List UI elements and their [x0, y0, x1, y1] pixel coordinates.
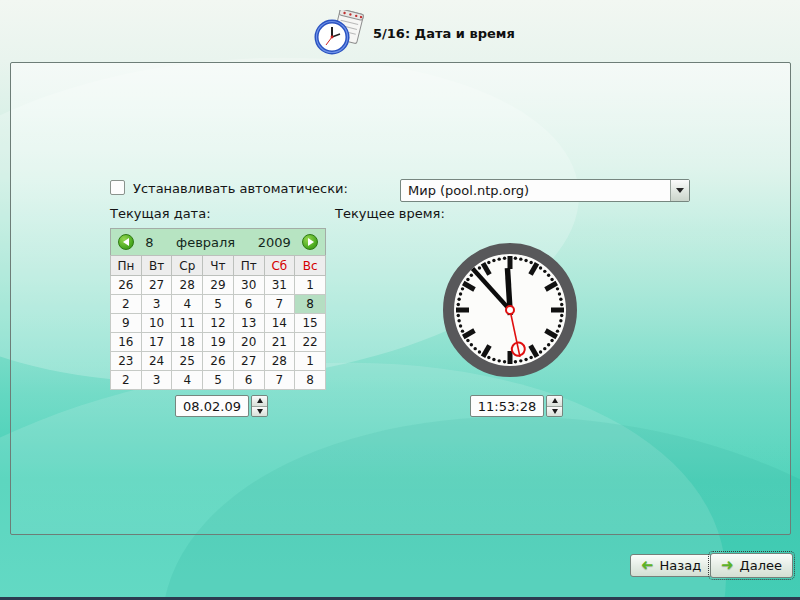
calendar-day-cell[interactable]: 12 — [203, 314, 234, 333]
arrow-right-icon — [308, 238, 314, 246]
current-date-label: Текущая дата: — [110, 206, 211, 221]
date-spin-group: 08.02.09 — [175, 395, 268, 417]
calendar-month: февраля — [176, 235, 235, 250]
auto-ntp-checkbox[interactable] — [110, 180, 125, 195]
arrow-left-icon: ➜ — [641, 558, 654, 573]
calendar-weekday-header: Пт — [233, 256, 264, 276]
calendar-day-cell[interactable]: 7 — [264, 295, 295, 314]
calendar-day-cell[interactable]: 14 — [264, 314, 295, 333]
calendar-day-cell[interactable]: 20 — [233, 333, 264, 352]
calendar-day-cell[interactable]: 9 — [111, 314, 142, 333]
calendar-day-cell[interactable]: 4 — [172, 295, 203, 314]
titlebar: 5/16: Дата и время — [0, 0, 800, 62]
arrow-right-icon: ➜ — [721, 558, 734, 573]
calendar-day-cell[interactable]: 28 — [264, 352, 295, 371]
calendar-day-cell[interactable]: 17 — [141, 333, 172, 352]
calendar-day-cell[interactable]: 1 — [295, 276, 326, 295]
calendar-day-cell[interactable]: 30 — [233, 276, 264, 295]
ntp-server-select[interactable]: Мир (pool.ntp.org) — [400, 179, 690, 202]
calendar-day-cell[interactable]: 1 — [295, 352, 326, 371]
calendar-day-cell[interactable]: 6 — [233, 371, 264, 390]
calendar-day-cell[interactable]: 2 — [111, 295, 142, 314]
calendar-day-cell[interactable]: 8 — [295, 371, 326, 390]
date-time-icon — [314, 10, 364, 56]
date-input[interactable]: 08.02.09 — [175, 395, 249, 417]
calendar-selected-day: 8 — [145, 235, 153, 250]
calendar-day-cell[interactable]: 27 — [233, 352, 264, 371]
calendar-day-cell[interactable]: 23 — [111, 352, 142, 371]
calendar-header: 8 февраля 2009 — [110, 228, 326, 255]
calendar-day-cell[interactable]: 27 — [141, 276, 172, 295]
calendar-day-cell[interactable]: 5 — [203, 371, 234, 390]
calendar-day-cell[interactable]: 18 — [172, 333, 203, 352]
ntp-server-value: Мир (pool.ntp.org) — [401, 183, 670, 198]
arrow-up-icon — [257, 398, 263, 403]
calendar-weekday-header: Вс — [295, 256, 326, 276]
calendar-day-cell[interactable]: 26 — [111, 276, 142, 295]
time-spinner — [546, 395, 563, 417]
arrow-left-icon — [123, 238, 129, 246]
calendar-weekday-header: Вт — [141, 256, 172, 276]
calendar-widget: 8 февраля 2009 ПнВтСрЧтПтСбВс 2627282930… — [110, 228, 326, 390]
calendar-day-cell[interactable]: 3 — [141, 295, 172, 314]
time-spin-group: 11:53:28 — [470, 395, 563, 417]
auto-ntp-checkbox-label: Устанавливать автоматически: — [133, 181, 348, 196]
calendar-day-cell[interactable]: 10 — [141, 314, 172, 333]
calendar-day-cell[interactable]: 13 — [233, 314, 264, 333]
calendar-weekday-header: Пн — [111, 256, 142, 276]
calendar-day-cell[interactable]: 24 — [141, 352, 172, 371]
arrow-down-icon — [257, 409, 263, 414]
chevron-down-icon — [676, 188, 684, 193]
page-title: 5/16: Дата и время — [373, 26, 515, 41]
calendar-day-cell[interactable]: 19 — [203, 333, 234, 352]
calendar-day-cell[interactable]: 2 — [111, 371, 142, 390]
next-button-label: Далее — [740, 558, 782, 573]
calendar-day-cell[interactable]: 29 — [203, 276, 234, 295]
calendar-day-cell[interactable]: 26 — [203, 352, 234, 371]
calendar-year: 2009 — [258, 235, 291, 250]
date-spinner-down-button[interactable] — [252, 407, 267, 417]
calendar-day-cell[interactable]: 3 — [141, 371, 172, 390]
current-time-label: Текущее время: — [335, 206, 445, 221]
calendar-grid: ПнВтСрЧтПтСбВс 2627282930311234567891011… — [110, 255, 326, 390]
date-spinner — [251, 395, 268, 417]
time-spinner-down-button[interactable] — [547, 407, 562, 417]
calendar-day-cell[interactable]: 31 — [264, 276, 295, 295]
calendar-day-cell[interactable]: 4 — [172, 371, 203, 390]
next-button[interactable]: ➜ Далее — [710, 553, 793, 578]
calendar-day-cell[interactable]: 25 — [172, 352, 203, 371]
calendar-day-cell[interactable]: 11 — [172, 314, 203, 333]
calendar-day-cell[interactable]: 28 — [172, 276, 203, 295]
calendar-day-cell[interactable]: 6 — [233, 295, 264, 314]
back-button-label: Назад — [660, 558, 702, 573]
calendar-day-cell[interactable]: 8 — [295, 295, 326, 314]
time-spinner-up-button[interactable] — [547, 396, 562, 407]
calendar-day-cell[interactable]: 15 — [295, 314, 326, 333]
date-spinner-up-button[interactable] — [252, 396, 267, 407]
arrow-up-icon — [552, 398, 558, 403]
next-month-button[interactable] — [302, 234, 318, 250]
calendar-weekday-header: Ср — [172, 256, 203, 276]
calendar-day-cell[interactable]: 16 — [111, 333, 142, 352]
calendar-day-cell[interactable]: 5 — [203, 295, 234, 314]
calendar-day-cell[interactable]: 7 — [264, 371, 295, 390]
prev-month-button[interactable] — [118, 234, 134, 250]
calendar-weekday-header: Сб — [264, 256, 295, 276]
calendar-day-cell[interactable]: 22 — [295, 333, 326, 352]
calendar-weekday-header: Чт — [203, 256, 234, 276]
back-button[interactable]: ➜ Назад — [630, 554, 712, 577]
time-input[interactable]: 11:53:28 — [470, 395, 544, 417]
dropdown-arrow-button[interactable] — [670, 180, 689, 201]
analog-clock — [440, 240, 580, 380]
calendar-day-cell[interactable]: 21 — [264, 333, 295, 352]
arrow-down-icon — [552, 409, 558, 414]
